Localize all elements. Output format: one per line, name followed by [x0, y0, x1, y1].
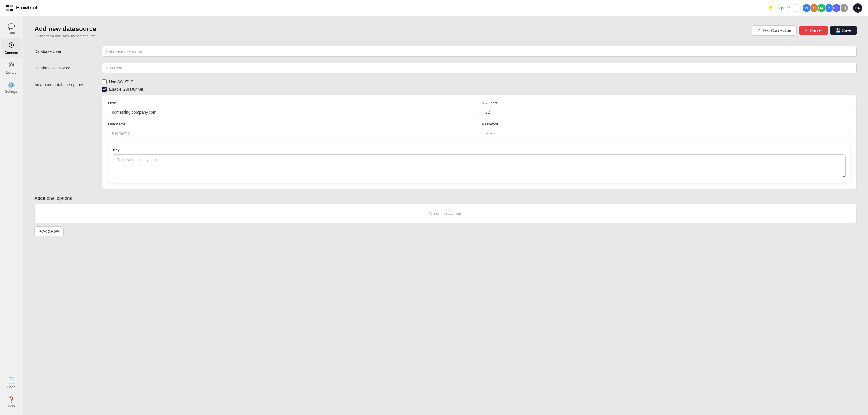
form-actions: ✓ Test Connection ✕ Cancel 💾 Save	[752, 25, 857, 36]
additional-options-title: Additional options	[34, 196, 857, 201]
sidebar-label-connect: Connect	[5, 51, 19, 55]
upgrade-label: Upgrade	[774, 6, 790, 10]
svg-rect-3	[10, 9, 13, 11]
checkbox-group: Use SSL/TLS Enable SSH tunnel	[102, 79, 857, 92]
add-button[interactable]: +	[793, 4, 801, 12]
ssh-key-box: Key	[108, 143, 850, 183]
sidebar-item-library[interactable]: Library	[1, 58, 22, 78]
key-label: Key	[113, 148, 846, 152]
connect-icon	[8, 42, 14, 50]
save-label: Save	[842, 28, 851, 33]
topnav: Flowtrail ⚡ Upgrade + H H M B J +3 HA	[0, 0, 868, 16]
settings-icon: ⚙️	[8, 82, 15, 88]
ssl-tls-label: Use SSL/TLS	[109, 79, 133, 84]
ssh-tunnel-label: Enable SSH tunnel	[109, 87, 143, 92]
db-password-label: Database Password:	[34, 63, 98, 70]
svg-rect-0	[6, 5, 9, 7]
ssh-port-label: SSH port	[482, 101, 850, 105]
db-user-input[interactable]	[102, 46, 857, 57]
ssh-username-input[interactable]	[108, 128, 477, 138]
chat-icon: 💬	[8, 23, 15, 30]
svg-rect-2	[6, 9, 9, 11]
cancel-label: Cancel	[810, 28, 823, 33]
avatar-1[interactable]: H	[802, 3, 811, 12]
ssh-tunnel-box: Host SSH port Username	[102, 95, 857, 189]
additional-options-section: Additional options No options added + Ad…	[34, 196, 857, 236]
form-subtitle: Fill the form and save the datasource.	[34, 34, 97, 38]
ssh-username-label: Username	[108, 122, 477, 126]
test-connection-button[interactable]: ✓ Test Connection	[752, 25, 797, 36]
avatar-group: H H M B J +3	[804, 3, 848, 12]
ssh-host-group: Host	[108, 101, 477, 117]
ssh-key-textarea[interactable]	[113, 154, 846, 178]
ssh-port-input[interactable]	[482, 107, 850, 117]
ssh-bottom-grid: Username Password	[108, 122, 850, 138]
content-area: Add new datasource Fill the form and sav…	[23, 16, 868, 415]
svg-point-6	[9, 63, 14, 67]
sidebar-label-chat: Chat	[8, 31, 15, 35]
sidebar: 💬 Chat Connect Library ⚙️ Settings 📄 Doc…	[0, 16, 23, 415]
db-password-row: Database Password:	[34, 63, 857, 73]
save-button[interactable]: 💾 Save	[830, 26, 857, 35]
logo-icon	[6, 4, 14, 12]
advanced-options-label: Advanced database options:	[34, 79, 98, 87]
ssh-top-grid: Host SSH port	[108, 101, 850, 117]
sidebar-item-help[interactable]: ❓ Help	[1, 393, 22, 412]
no-options-label: No options added	[430, 211, 461, 216]
cancel-icon: ✕	[805, 28, 808, 33]
form-title-group: Add new datasource Fill the form and sav…	[34, 25, 97, 38]
docs-icon: 📄	[8, 377, 15, 384]
sidebar-label-docs: Docs	[7, 385, 15, 389]
advanced-options-row: Advanced database options: Use SSL/TLS E…	[34, 79, 857, 189]
advanced-options-control: Use SSL/TLS Enable SSH tunnel Host	[102, 79, 857, 189]
ssh-host-label: Host	[108, 101, 477, 105]
user-badge[interactable]: HA	[853, 3, 862, 12]
svg-point-7	[10, 64, 12, 66]
sidebar-label-library: Library	[6, 71, 17, 75]
ssh-port-group: SSH port	[482, 101, 850, 117]
svg-point-5	[11, 44, 12, 46]
sidebar-item-docs[interactable]: 📄 Docs	[1, 374, 22, 393]
ssh-password-group: Password	[482, 122, 850, 138]
logo-text: Flowtrail	[16, 5, 37, 11]
logo: Flowtrail	[6, 4, 37, 12]
sidebar-item-chat[interactable]: 💬 Chat	[1, 20, 22, 38]
svg-rect-1	[10, 5, 13, 7]
form-title: Add new datasource	[34, 25, 97, 33]
db-user-row: Database User:	[34, 46, 857, 57]
no-options-box: No options added	[34, 204, 857, 223]
sidebar-label-help: Help	[8, 404, 15, 408]
sidebar-item-connect[interactable]: Connect	[1, 38, 22, 58]
db-user-control	[102, 46, 857, 57]
ssh-tunnel-checkbox-label[interactable]: Enable SSH tunnel	[102, 87, 857, 92]
db-user-label: Database User:	[34, 46, 98, 54]
main-layout: 💬 Chat Connect Library ⚙️ Settings 📄 Doc…	[0, 16, 868, 415]
ssh-tunnel-checkbox[interactable]	[102, 87, 107, 92]
test-connection-label: Test Connection	[763, 28, 791, 33]
ssh-password-label: Password	[482, 122, 850, 126]
form-header: Add new datasource Fill the form and sav…	[34, 25, 857, 38]
ssh-username-group: Username	[108, 122, 477, 138]
test-icon: ✓	[757, 28, 761, 33]
save-icon: 💾	[836, 28, 840, 33]
help-icon: ❓	[8, 396, 15, 403]
ssh-host-input[interactable]	[108, 107, 477, 117]
ssl-tls-checkbox[interactable]	[102, 79, 107, 84]
upgrade-button[interactable]: ⚡ Upgrade	[767, 5, 790, 11]
cancel-button[interactable]: ✕ Cancel	[799, 26, 828, 35]
library-icon	[8, 62, 14, 69]
db-password-control	[102, 63, 857, 73]
add-row-label: + Add Row	[39, 229, 59, 234]
ssl-tls-checkbox-label[interactable]: Use SSL/TLS	[102, 79, 857, 84]
topnav-right: ⚡ Upgrade + H H M B J +3 HA	[767, 3, 862, 12]
upgrade-icon: ⚡	[767, 5, 773, 11]
add-row-button[interactable]: + Add Row	[34, 226, 64, 236]
ssh-password-input[interactable]	[482, 128, 850, 138]
db-password-input[interactable]	[102, 63, 857, 73]
sidebar-item-settings[interactable]: ⚙️ Settings	[1, 78, 22, 97]
sidebar-label-settings: Settings	[5, 90, 18, 94]
